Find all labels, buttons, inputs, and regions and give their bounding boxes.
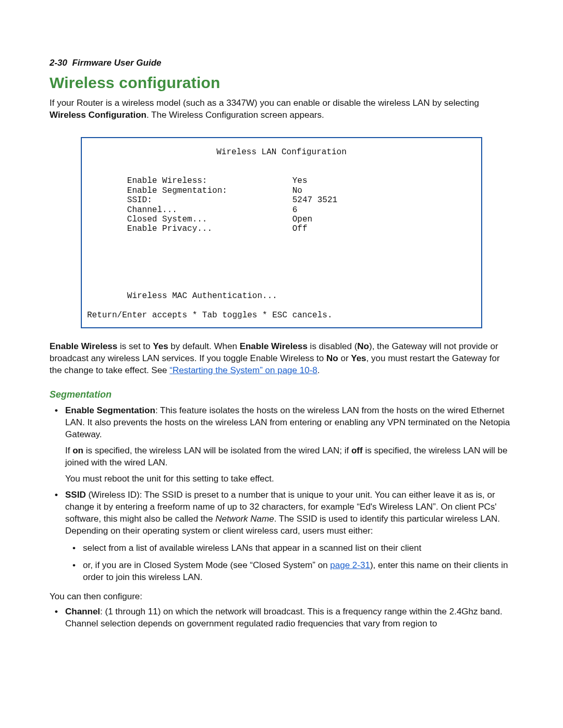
intro-paragraph: If your Router is a wireless model (such… [50, 97, 513, 121]
list-item: Channel: (1 through 11) on which the net… [50, 606, 513, 630]
terminal-screenshot: Wireless LAN Configuration Enable Wirele… [81, 137, 482, 328]
page-header: 2-30 Firmware User Guide [50, 57, 513, 69]
list-item: Enable Segmentation: This feature isolat… [50, 405, 513, 485]
closed-system-page-link[interactable]: page 2-31 [330, 560, 370, 570]
list-item: SSID (Wireless ID): The SSID is preset t… [50, 489, 513, 584]
page-content: 2-30 Firmware User Guide Wireless config… [0, 0, 563, 664]
enable-wireless-paragraph: Enable Wireless is set to Yes by default… [50, 341, 513, 377]
restart-system-link[interactable]: “Restarting the System” on page 10-8 [169, 365, 317, 375]
terminal-title: Wireless LAN Configuration [87, 147, 476, 157]
list-item: or, if you are in Closed System Mode (se… [65, 560, 513, 584]
doc-title: Firmware User Guide [72, 58, 161, 68]
bullet-list: Channel: (1 through 11) on which the net… [50, 606, 513, 630]
list-item: select from a list of available wireless… [65, 542, 513, 554]
sub-bullet-list: select from a list of available wireless… [65, 542, 513, 584]
page-ref: 2-30 [50, 58, 67, 68]
bullet-list: Enable Segmentation: This feature isolat… [50, 405, 513, 583]
section-title: Wireless configuration [50, 72, 513, 94]
then-configure-text: You can then configure: [50, 591, 513, 603]
terminal-body: Enable Wireless: Yes Enable Segmentation… [87, 167, 476, 320]
segmentation-heading: Segmentation [50, 388, 513, 401]
